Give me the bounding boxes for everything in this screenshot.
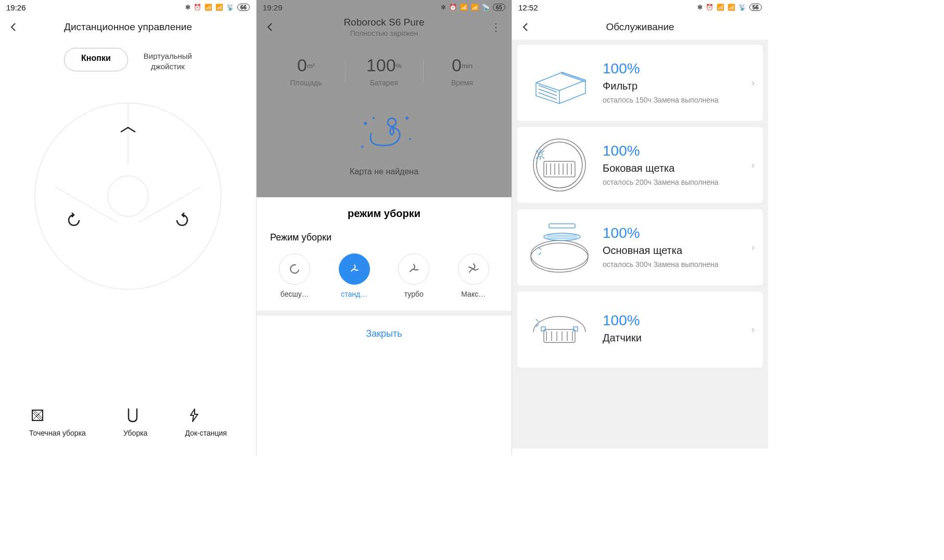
dpad-control (0, 103, 256, 290)
main-brush-icon (526, 219, 593, 276)
control-mode-toggle: Кнопки Виртуальный джойстик (0, 48, 256, 71)
maintenance-list[interactable]: 100% Фильтр осталось 150ч Замена выполне… (512, 40, 768, 449)
dpad-rotate-right-button[interactable] (174, 212, 190, 228)
wifi-icon: 📡 (482, 4, 490, 11)
back-button[interactable] (520, 22, 531, 32)
svg-rect-6 (544, 161, 575, 177)
page-title: Обслуживание (512, 21, 768, 33)
filter-desc: осталось 150ч Замена выполнена (603, 95, 742, 106)
map-not-found-icon (348, 108, 420, 155)
side-brush-name: Боковая щетка (603, 162, 742, 174)
side-brush-desc: осталось 200ч Замена выполнена (603, 177, 742, 188)
signal-icon-2: 📶 (728, 4, 735, 11)
mode-standard[interactable]: станд… (331, 253, 378, 298)
sheet-title: режим уборки (257, 197, 512, 227)
sheet-section-label: Режим уборки (257, 227, 512, 248)
screen-maintenance: 12:52 ✻ ⏰ 📶 📶 📡 56 Обслуживание 100% Фил… (512, 0, 768, 456)
more-button[interactable]: ⋮ (491, 21, 501, 33)
svg-rect-14 (573, 327, 578, 331)
filter-name: Фильтр (603, 80, 742, 92)
page-title: Дистанционное управление (0, 21, 256, 33)
screen-cleaning-mode: 19:29 ✻ ⏰ 📶 📶 📡 65 Roborock S6 Pure Полн… (256, 0, 512, 456)
dock-icon (185, 407, 227, 424)
svg-point-4 (533, 139, 585, 191)
battery-indicator: 56 (749, 4, 762, 11)
dpad-center[interactable] (107, 175, 149, 217)
screen-remote-control: 19:26 ✻ ⏰ 📶 📶 📡 66 Дистанционное управле… (0, 0, 256, 456)
svg-rect-10 (549, 224, 575, 228)
bluetooth-icon: ✻ (185, 4, 190, 11)
alarm-icon: ⏰ (194, 4, 201, 11)
clean-label: Уборка (123, 429, 147, 437)
header: Roborock S6 Pure Полностью заряжен ⋮ (257, 15, 512, 40)
status-time: 12:52 (518, 3, 538, 12)
stat-area-value: 0 (297, 55, 307, 75)
clean-icon (123, 407, 147, 424)
clean-button[interactable]: Уборка (123, 407, 147, 437)
mode-joystick[interactable]: Виртуальный джойстик (144, 48, 192, 71)
stat-area: 0m² Площадь (267, 55, 345, 87)
header: Обслуживание (512, 15, 768, 40)
alarm-icon: ⏰ (706, 4, 713, 11)
chevron-right-icon: › (751, 160, 755, 171)
svg-point-2 (373, 117, 375, 119)
mode-silent-label: бесшу… (271, 290, 318, 298)
signal-icon: 📶 (205, 4, 212, 11)
maintenance-item-filter[interactable]: 100% Фильтр осталось 150ч Замена выполне… (517, 45, 763, 121)
device-title: Roborock S6 Pure (257, 17, 512, 28)
stats-row: 0m² Площадь 100% Батарея 0min Время (257, 40, 512, 92)
stat-battery-label: Батарея (345, 79, 423, 87)
stat-time: 0min Время (423, 55, 501, 87)
close-button[interactable]: Закрыть (257, 311, 512, 352)
dock-label: Док-станция (185, 429, 227, 437)
chevron-right-icon: › (751, 242, 755, 253)
battery-indicator: 65 (493, 4, 505, 11)
svg-rect-13 (541, 327, 545, 331)
stat-battery: 100% Батарея (345, 55, 423, 87)
mode-silent[interactable]: бесшу… (271, 253, 318, 298)
back-button[interactable] (265, 22, 275, 32)
alarm-icon: ⏰ (449, 4, 457, 11)
svg-point-9 (531, 240, 588, 270)
chevron-right-icon: › (751, 78, 755, 88)
back-button[interactable] (8, 22, 19, 32)
dpad-rotate-left-button[interactable] (66, 212, 82, 228)
maintenance-item-main-brush[interactable]: 100% Основная щетка осталось 300ч Замена… (517, 209, 763, 285)
svg-point-1 (388, 118, 396, 126)
signal-icon: 📶 (460, 4, 468, 11)
dpad-forward-button[interactable] (120, 126, 136, 133)
mode-standard-label: станд… (331, 290, 378, 298)
stat-time-value: 0 (452, 55, 462, 75)
main-brush-percent: 100% (603, 225, 742, 241)
dock-button[interactable]: Док-станция (185, 407, 227, 437)
status-indicators: ✻ ⏰ 📶 📶 📡 66 (185, 4, 250, 11)
status-bar: 19:29 ✻ ⏰ 📶 📶 📡 65 (257, 0, 512, 15)
mode-buttons[interactable]: Кнопки (64, 48, 128, 71)
svg-point-8 (531, 243, 588, 272)
mode-turbo-icon (398, 253, 429, 285)
mode-max[interactable]: Макс… (450, 253, 497, 298)
spot-clean-icon (29, 407, 86, 424)
status-indicators: ✻ ⏰ 📶 📶 📡 65 (441, 4, 505, 11)
stat-area-label: Площадь (267, 79, 345, 87)
maintenance-item-side-brush[interactable]: 100% Боковая щетка осталось 200ч Замена … (517, 127, 763, 203)
status-bar: 12:52 ✻ ⏰ 📶 📶 📡 56 (512, 0, 768, 15)
spot-clean-button[interactable]: Точечная уборка (29, 407, 86, 437)
side-brush-percent: 100% (603, 143, 742, 159)
stat-time-label: Время (423, 79, 501, 87)
mode-turbo[interactable]: турбо (390, 253, 437, 298)
mode-silent-icon (279, 253, 310, 285)
maintenance-item-sensors[interactable]: 100% Датчики › (517, 291, 763, 367)
status-time: 19:29 (263, 3, 283, 12)
stat-battery-value: 100 (366, 55, 396, 75)
side-brush-icon (526, 136, 593, 194)
mode-max-label: Макс… (450, 290, 497, 298)
status-indicators: ✻ ⏰ 📶 📶 📡 56 (697, 4, 762, 11)
sensors-percent: 100% (603, 312, 742, 329)
battery-indicator: 66 (237, 4, 250, 11)
main-brush-name: Основная щетка (603, 245, 742, 257)
bottom-actions: Точечная уборка Уборка Док-станция (0, 407, 256, 437)
mode-max-icon (458, 253, 489, 285)
bluetooth-icon: ✻ (697, 4, 703, 11)
svg-point-5 (537, 142, 582, 188)
